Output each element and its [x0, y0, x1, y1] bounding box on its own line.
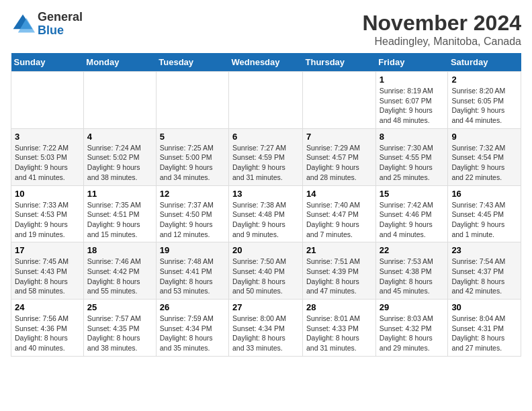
calendar-cell: 12Sunrise: 7:37 AM Sunset: 4:50 PM Dayli… [156, 185, 228, 242]
logo-line1: General [38, 11, 83, 24]
calendar-cell: 5Sunrise: 7:25 AM Sunset: 5:00 PM Daylig… [156, 128, 228, 185]
calendar-week-row: 24Sunrise: 7:56 AM Sunset: 4:36 PM Dayli… [11, 300, 521, 357]
day-info: Sunrise: 7:45 AM Sunset: 4:43 PM Dayligh… [15, 257, 80, 296]
page-title: November 2024 [362, 11, 521, 36]
day-info: Sunrise: 8:04 AM Sunset: 4:31 PM Dayligh… [451, 314, 517, 353]
day-number: 30 [451, 302, 517, 312]
day-info: Sunrise: 8:03 AM Sunset: 4:32 PM Dayligh… [380, 314, 445, 353]
day-info: Sunrise: 7:50 AM Sunset: 4:40 PM Dayligh… [232, 257, 299, 296]
calendar-cell: 4Sunrise: 7:24 AM Sunset: 5:02 PM Daylig… [83, 128, 156, 185]
day-info: Sunrise: 7:42 AM Sunset: 4:46 PM Dayligh… [380, 200, 445, 240]
day-number: 17 [15, 245, 80, 255]
calendar-cell: 27Sunrise: 8:00 AM Sunset: 4:34 PM Dayli… [229, 300, 303, 357]
calendar-cell: 29Sunrise: 8:03 AM Sunset: 4:32 PM Dayli… [375, 300, 448, 357]
calendar-cell: 14Sunrise: 7:40 AM Sunset: 4:47 PM Dayli… [303, 185, 376, 242]
day-number: 23 [451, 245, 517, 255]
calendar-cell: 20Sunrise: 7:50 AM Sunset: 4:40 PM Dayli… [229, 242, 303, 300]
day-info: Sunrise: 7:59 AM Sunset: 4:34 PM Dayligh… [160, 314, 225, 353]
day-info: Sunrise: 8:00 AM Sunset: 4:34 PM Dayligh… [232, 314, 299, 353]
day-number: 18 [87, 245, 152, 255]
day-info: Sunrise: 8:01 AM Sunset: 4:33 PM Dayligh… [306, 314, 372, 353]
calendar-week-row: 10Sunrise: 7:33 AM Sunset: 4:53 PM Dayli… [11, 185, 521, 242]
calendar-cell: 15Sunrise: 7:42 AM Sunset: 4:46 PM Dayli… [375, 185, 448, 242]
calendar-cell [303, 72, 376, 129]
day-number: 6 [232, 132, 299, 142]
weekday-header-thursday: Thursday [303, 53, 376, 72]
calendar-table: SundayMondayTuesdayWednesdayThursdayFrid… [11, 53, 521, 357]
day-number: 2 [451, 75, 517, 85]
day-number: 13 [232, 189, 299, 199]
weekday-header-friday: Friday [375, 53, 448, 72]
calendar-cell: 16Sunrise: 7:43 AM Sunset: 4:45 PM Dayli… [448, 185, 521, 242]
day-number: 26 [160, 302, 225, 312]
day-number: 1 [380, 75, 445, 85]
logo: General Blue [11, 11, 83, 38]
day-info: Sunrise: 7:25 AM Sunset: 5:00 PM Dayligh… [160, 143, 225, 183]
day-number: 10 [15, 189, 80, 199]
day-number: 22 [380, 245, 445, 255]
day-number: 29 [380, 302, 445, 312]
day-info: Sunrise: 7:29 AM Sunset: 4:57 PM Dayligh… [306, 143, 372, 183]
day-info: Sunrise: 8:20 AM Sunset: 6:05 PM Dayligh… [451, 86, 517, 126]
day-info: Sunrise: 7:27 AM Sunset: 4:59 PM Dayligh… [232, 143, 299, 183]
day-number: 16 [451, 189, 517, 199]
weekday-header-wednesday: Wednesday [229, 53, 303, 72]
day-info: Sunrise: 7:40 AM Sunset: 4:47 PM Dayligh… [306, 200, 372, 240]
day-number: 7 [306, 132, 372, 142]
day-info: Sunrise: 7:53 AM Sunset: 4:38 PM Dayligh… [380, 257, 445, 296]
calendar-week-row: 1Sunrise: 8:19 AM Sunset: 6:07 PM Daylig… [11, 72, 521, 129]
day-info: Sunrise: 7:30 AM Sunset: 4:55 PM Dayligh… [380, 143, 445, 183]
day-info: Sunrise: 7:56 AM Sunset: 4:36 PM Dayligh… [15, 314, 80, 353]
weekday-header-saturday: Saturday [448, 53, 521, 72]
day-info: Sunrise: 7:43 AM Sunset: 4:45 PM Dayligh… [451, 200, 517, 240]
calendar-cell: 24Sunrise: 7:56 AM Sunset: 4:36 PM Dayli… [11, 300, 84, 357]
day-number: 4 [87, 132, 152, 142]
page-subtitle: Headingley, Manitoba, Canada [362, 36, 521, 48]
day-number: 15 [380, 189, 445, 199]
day-info: Sunrise: 7:35 AM Sunset: 4:51 PM Dayligh… [87, 200, 152, 240]
day-number: 20 [232, 245, 299, 255]
calendar-cell: 10Sunrise: 7:33 AM Sunset: 4:53 PM Dayli… [11, 185, 84, 242]
day-number: 11 [87, 189, 152, 199]
calendar-cell: 26Sunrise: 7:59 AM Sunset: 4:34 PM Dayli… [156, 300, 228, 357]
calendar-cell: 7Sunrise: 7:29 AM Sunset: 4:57 PM Daylig… [303, 128, 376, 185]
calendar-cell: 22Sunrise: 7:53 AM Sunset: 4:38 PM Dayli… [375, 242, 448, 300]
day-number: 24 [15, 302, 80, 312]
day-info: Sunrise: 7:22 AM Sunset: 5:03 PM Dayligh… [15, 143, 80, 183]
day-number: 19 [160, 245, 225, 255]
day-number: 25 [87, 302, 152, 312]
day-info: Sunrise: 7:57 AM Sunset: 4:35 PM Dayligh… [87, 314, 152, 353]
day-number: 21 [306, 245, 372, 255]
title-block: November 2024 Headingley, Manitoba, Cana… [362, 11, 521, 48]
day-info: Sunrise: 7:54 AM Sunset: 4:37 PM Dayligh… [451, 257, 517, 296]
day-number: 27 [232, 302, 299, 312]
day-number: 3 [15, 132, 80, 142]
calendar-cell: 11Sunrise: 7:35 AM Sunset: 4:51 PM Dayli… [83, 185, 156, 242]
calendar-cell: 8Sunrise: 7:30 AM Sunset: 4:55 PM Daylig… [375, 128, 448, 185]
calendar-cell: 3Sunrise: 7:22 AM Sunset: 5:03 PM Daylig… [11, 128, 84, 185]
day-info: Sunrise: 7:37 AM Sunset: 4:50 PM Dayligh… [160, 200, 225, 240]
weekday-header-sunday: Sunday [11, 53, 84, 72]
calendar-cell: 30Sunrise: 8:04 AM Sunset: 4:31 PM Dayli… [448, 300, 521, 357]
calendar-cell: 9Sunrise: 7:32 AM Sunset: 4:54 PM Daylig… [448, 128, 521, 185]
calendar-cell: 1Sunrise: 8:19 AM Sunset: 6:07 PM Daylig… [375, 72, 448, 129]
calendar-cell: 19Sunrise: 7:48 AM Sunset: 4:41 PM Dayli… [156, 242, 228, 300]
calendar-cell: 18Sunrise: 7:46 AM Sunset: 4:42 PM Dayli… [83, 242, 156, 300]
calendar-cell: 17Sunrise: 7:45 AM Sunset: 4:43 PM Dayli… [11, 242, 84, 300]
day-info: Sunrise: 7:32 AM Sunset: 4:54 PM Dayligh… [451, 143, 517, 183]
page-header: General Blue November 2024 Headingley, M… [11, 11, 521, 48]
day-number: 8 [380, 132, 445, 142]
logo-icon [11, 12, 35, 36]
calendar-week-row: 3Sunrise: 7:22 AM Sunset: 5:03 PM Daylig… [11, 128, 521, 185]
weekday-header-row: SundayMondayTuesdayWednesdayThursdayFrid… [11, 53, 521, 72]
calendar-cell: 13Sunrise: 7:38 AM Sunset: 4:48 PM Dayli… [229, 185, 303, 242]
day-info: Sunrise: 7:46 AM Sunset: 4:42 PM Dayligh… [87, 257, 152, 296]
day-info: Sunrise: 7:24 AM Sunset: 5:02 PM Dayligh… [87, 143, 152, 183]
calendar-cell: 25Sunrise: 7:57 AM Sunset: 4:35 PM Dayli… [83, 300, 156, 357]
calendar-cell: 21Sunrise: 7:51 AM Sunset: 4:39 PM Dayli… [303, 242, 376, 300]
calendar-cell: 2Sunrise: 8:20 AM Sunset: 6:05 PM Daylig… [448, 72, 521, 129]
calendar-cell: 6Sunrise: 7:27 AM Sunset: 4:59 PM Daylig… [229, 128, 303, 185]
calendar-cell: 28Sunrise: 8:01 AM Sunset: 4:33 PM Dayli… [303, 300, 376, 357]
calendar-cell: 23Sunrise: 7:54 AM Sunset: 4:37 PM Dayli… [448, 242, 521, 300]
calendar-cell [11, 72, 84, 129]
